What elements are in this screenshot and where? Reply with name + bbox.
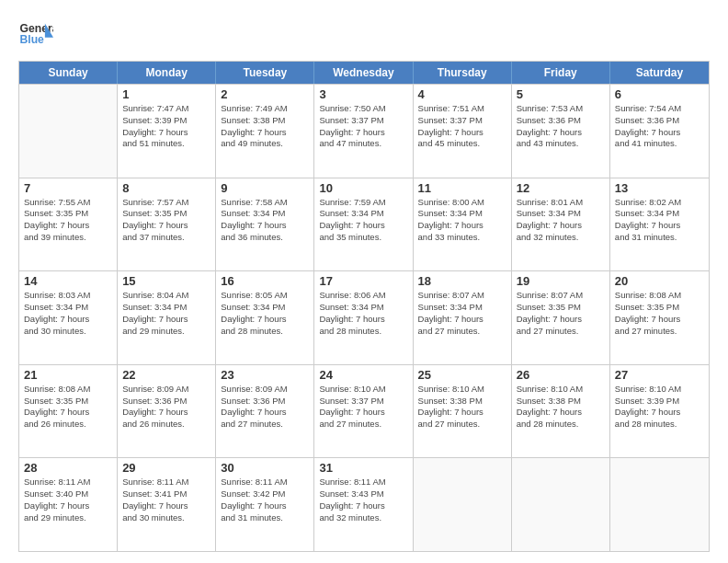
cal-cell-0-1: 1Sunrise: 7:47 AMSunset: 3:39 PMDaylight… bbox=[118, 85, 216, 178]
header: General Blue bbox=[18, 17, 710, 52]
cell-info-line: Daylight: 7 hours bbox=[221, 220, 309, 232]
cell-info-line: Sunset: 3:34 PM bbox=[615, 208, 704, 220]
cell-info-line: and 30 minutes. bbox=[24, 326, 112, 338]
cell-info-line: Daylight: 7 hours bbox=[122, 314, 210, 326]
header-day-sunday: Sunday bbox=[19, 62, 118, 84]
day-number: 29 bbox=[122, 461, 210, 475]
cell-info-line: and 26 minutes. bbox=[24, 419, 112, 431]
cell-info-line: Daylight: 7 hours bbox=[122, 127, 210, 139]
cell-info-line: Sunset: 3:36 PM bbox=[517, 115, 605, 127]
day-number: 20 bbox=[615, 274, 704, 288]
cell-info-line: Daylight: 7 hours bbox=[319, 127, 407, 139]
cell-info-line: Sunrise: 7:51 AM bbox=[418, 103, 506, 115]
cell-info-line: Sunset: 3:42 PM bbox=[221, 488, 309, 500]
cell-info-line: Daylight: 7 hours bbox=[319, 407, 407, 419]
cell-info-line: Sunset: 3:34 PM bbox=[319, 208, 407, 220]
cell-info-line: and 27 minutes. bbox=[418, 326, 506, 338]
cal-cell-2-3: 17Sunrise: 8:06 AMSunset: 3:34 PMDayligh… bbox=[314, 271, 413, 364]
cal-cell-0-6: 6Sunrise: 7:54 AMSunset: 3:36 PMDaylight… bbox=[610, 85, 709, 178]
cal-cell-3-3: 24Sunrise: 8:10 AMSunset: 3:37 PMDayligh… bbox=[314, 365, 413, 458]
day-number: 3 bbox=[319, 87, 407, 101]
day-number: 21 bbox=[24, 368, 112, 382]
cell-info-line: Daylight: 7 hours bbox=[319, 314, 407, 326]
cal-cell-3-5: 26Sunrise: 8:10 AMSunset: 3:38 PMDayligh… bbox=[512, 365, 610, 458]
week-row-4: 28Sunrise: 8:11 AMSunset: 3:40 PMDayligh… bbox=[19, 458, 709, 551]
cal-cell-2-4: 18Sunrise: 8:07 AMSunset: 3:34 PMDayligh… bbox=[414, 271, 512, 364]
cell-info-line: and 51 minutes. bbox=[122, 138, 210, 150]
cell-info-line: Daylight: 7 hours bbox=[615, 127, 704, 139]
cell-info-line: Daylight: 7 hours bbox=[615, 407, 704, 419]
cell-info-line: Daylight: 7 hours bbox=[517, 407, 605, 419]
cell-info-line: Sunset: 3:39 PM bbox=[615, 396, 704, 408]
cell-info-line: Sunset: 3:34 PM bbox=[24, 302, 112, 314]
cal-cell-0-0 bbox=[19, 85, 118, 178]
cell-info-line: and 36 minutes. bbox=[221, 232, 309, 244]
cell-info-line: Daylight: 7 hours bbox=[319, 500, 407, 512]
cal-cell-2-6: 20Sunrise: 8:08 AMSunset: 3:35 PMDayligh… bbox=[610, 271, 709, 364]
cal-cell-0-4: 4Sunrise: 7:51 AMSunset: 3:37 PMDaylight… bbox=[414, 85, 512, 178]
cell-info-line: Sunset: 3:34 PM bbox=[517, 208, 605, 220]
cell-info-line: and 32 minutes. bbox=[319, 512, 407, 524]
day-number: 9 bbox=[221, 181, 309, 195]
cell-info-line: Sunrise: 8:04 AM bbox=[122, 290, 210, 302]
cell-info-line: Daylight: 7 hours bbox=[221, 500, 309, 512]
cal-cell-1-1: 8Sunrise: 7:57 AMSunset: 3:35 PMDaylight… bbox=[118, 178, 216, 271]
cell-info-line: and 27 minutes. bbox=[517, 326, 605, 338]
cell-info-line: Sunset: 3:35 PM bbox=[517, 302, 605, 314]
cell-info-line: and 28 minutes. bbox=[517, 419, 605, 431]
page: General Blue SundayMondayTuesdayWednesda… bbox=[0, 0, 728, 563]
cal-cell-2-1: 15Sunrise: 8:04 AMSunset: 3:34 PMDayligh… bbox=[118, 271, 216, 364]
cell-info-line: Sunrise: 8:10 AM bbox=[319, 384, 407, 396]
cal-cell-1-4: 11Sunrise: 8:00 AMSunset: 3:34 PMDayligh… bbox=[414, 178, 512, 271]
cell-info-line: Daylight: 7 hours bbox=[418, 220, 506, 232]
header-day-thursday: Thursday bbox=[414, 62, 512, 84]
cal-cell-1-6: 13Sunrise: 8:02 AMSunset: 3:34 PMDayligh… bbox=[610, 178, 709, 271]
cell-info-line: and 28 minutes. bbox=[319, 326, 407, 338]
cal-cell-4-2: 30Sunrise: 8:11 AMSunset: 3:42 PMDayligh… bbox=[216, 458, 314, 551]
cell-info-line: and 28 minutes. bbox=[221, 326, 309, 338]
cell-info-line: and 47 minutes. bbox=[319, 138, 407, 150]
cell-info-line: Sunrise: 8:09 AM bbox=[221, 384, 309, 396]
cell-info-line: Sunset: 3:39 PM bbox=[122, 115, 210, 127]
week-row-2: 14Sunrise: 8:03 AMSunset: 3:34 PMDayligh… bbox=[19, 271, 709, 365]
cell-info-line: Sunset: 3:38 PM bbox=[517, 396, 605, 408]
day-number: 24 bbox=[319, 368, 407, 382]
cell-info-line: Sunrise: 8:01 AM bbox=[517, 197, 605, 209]
cell-info-line: Daylight: 7 hours bbox=[122, 220, 210, 232]
cell-info-line: and 39 minutes. bbox=[24, 232, 112, 244]
day-number: 26 bbox=[517, 368, 605, 382]
cell-info-line: Sunrise: 8:10 AM bbox=[615, 384, 704, 396]
cell-info-line: Sunset: 3:34 PM bbox=[221, 208, 309, 220]
cell-info-line: and 27 minutes. bbox=[615, 326, 704, 338]
cell-info-line: Sunrise: 7:49 AM bbox=[221, 103, 309, 115]
cell-info-line: Sunset: 3:34 PM bbox=[418, 302, 506, 314]
cell-info-line: Sunset: 3:38 PM bbox=[418, 396, 506, 408]
logo: General Blue bbox=[18, 17, 57, 52]
day-number: 25 bbox=[418, 368, 506, 382]
cal-cell-2-5: 19Sunrise: 8:07 AMSunset: 3:35 PMDayligh… bbox=[512, 271, 610, 364]
week-row-3: 21Sunrise: 8:08 AMSunset: 3:35 PMDayligh… bbox=[19, 365, 709, 459]
cell-info-line: Daylight: 7 hours bbox=[517, 127, 605, 139]
cal-cell-4-0: 28Sunrise: 8:11 AMSunset: 3:40 PMDayligh… bbox=[19, 458, 118, 551]
cell-info-line: Sunset: 3:43 PM bbox=[319, 488, 407, 500]
day-number: 1 bbox=[122, 87, 210, 101]
cell-info-line: and 37 minutes. bbox=[122, 232, 210, 244]
cell-info-line: and 49 minutes. bbox=[221, 138, 309, 150]
cell-info-line: Daylight: 7 hours bbox=[319, 220, 407, 232]
day-number: 8 bbox=[122, 181, 210, 195]
header-day-wednesday: Wednesday bbox=[314, 62, 413, 84]
day-number: 22 bbox=[122, 368, 210, 382]
cell-info-line: Sunset: 3:34 PM bbox=[122, 302, 210, 314]
cell-info-line: Sunset: 3:36 PM bbox=[615, 115, 704, 127]
calendar-body: 1Sunrise: 7:47 AMSunset: 3:39 PMDaylight… bbox=[18, 85, 710, 552]
cell-info-line: Sunset: 3:35 PM bbox=[615, 302, 704, 314]
day-number: 18 bbox=[418, 274, 506, 288]
cell-info-line: Daylight: 7 hours bbox=[122, 500, 210, 512]
cell-info-line: Sunrise: 8:10 AM bbox=[517, 384, 605, 396]
cell-info-line: Sunrise: 8:07 AM bbox=[517, 290, 605, 302]
cell-info-line: and 31 minutes. bbox=[615, 232, 704, 244]
cell-info-line: and 32 minutes. bbox=[517, 232, 605, 244]
cell-info-line: Sunrise: 8:10 AM bbox=[418, 384, 506, 396]
cell-info-line: and 35 minutes. bbox=[319, 232, 407, 244]
cell-info-line: Sunrise: 7:54 AM bbox=[615, 103, 704, 115]
